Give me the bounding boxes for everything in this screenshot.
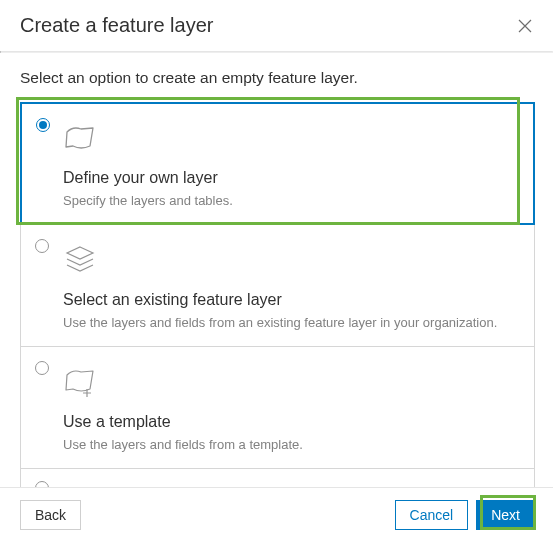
template-icon [63,365,516,399]
option-list: Define your own layer Specify the layers… [20,102,535,487]
radio-define[interactable] [36,118,50,132]
instruction-text: Select an option to create an empty feat… [20,69,535,87]
option-existing-layer[interactable]: Select an existing feature layer Use the… [20,224,535,347]
dialog-header: Create a feature layer [0,0,553,51]
option-use-template[interactable]: Use a template Use the layers and fields… [20,346,535,469]
radio-existing[interactable] [35,239,49,253]
dialog-body: Select an option to create an empty feat… [0,53,553,487]
close-button[interactable] [515,16,535,36]
layers-stack-icon [63,243,516,277]
footer-right: Cancel Next [395,500,535,530]
next-button[interactable]: Next [476,500,535,530]
option-description: Use the layers and fields from a templat… [63,437,516,452]
radio-template[interactable] [35,361,49,375]
cancel-button[interactable]: Cancel [395,500,469,530]
radio-partial[interactable] [35,481,49,487]
layer-icon [63,121,516,155]
dialog-create-feature-layer: Create a feature layer Select an option … [0,0,553,544]
option-title: Define your own layer [63,169,516,187]
dialog-title: Create a feature layer [20,14,213,37]
option-title: Use a template [63,413,516,431]
option-description: Specify the layers and tables. [63,193,516,208]
dialog-footer: Back Cancel Next [0,487,553,544]
close-icon [517,18,533,34]
option-define-own-layer[interactable]: Define your own layer Specify the layers… [20,102,535,225]
option-title: Select an existing feature layer [63,291,516,309]
back-button[interactable]: Back [20,500,81,530]
partial-icon [63,483,516,487]
option-partial[interactable] [20,468,535,487]
option-description: Use the layers and fields from an existi… [63,315,516,330]
